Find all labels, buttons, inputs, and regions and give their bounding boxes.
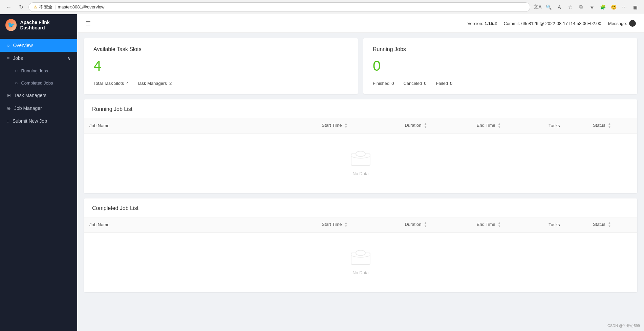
task-managers-stat: Task Managers 2: [137, 81, 172, 86]
more-button[interactable]: ⋯: [620, 2, 629, 12]
completed-job-list-title: Completed Job List: [84, 198, 637, 217]
completed-job-col-duration[interactable]: Duration ▲▼: [399, 217, 471, 232]
completed-job-col-start-time[interactable]: Start Time ▲▼: [316, 217, 399, 232]
end-time-sort-icon: ▲▼: [498, 122, 501, 129]
task-slots-stats: Total Task Slots 4 Task Managers 2: [93, 81, 348, 86]
completed-job-no-data: No Data: [84, 233, 637, 292]
sidebar-item-task-managers[interactable]: ⊞ Task Managers: [0, 89, 77, 102]
sidebar-item-job-manager[interactable]: ⊕ Job Manager: [0, 102, 77, 115]
top-header: ☰ Version: 1.15.2 Commit: 69e8126 @ 2022…: [77, 14, 644, 33]
translate-button[interactable]: 文A: [533, 2, 542, 12]
sidebar-item-submit-new-job[interactable]: ↓ Submit New Job: [0, 115, 77, 127]
sidebar-item-completed-jobs[interactable]: ○ Completed Jobs: [0, 77, 77, 89]
search-button[interactable]: 🔍: [544, 2, 553, 12]
favorites-button[interactable]: ☆: [565, 2, 575, 12]
running-job-col-tasks: Tasks: [543, 118, 587, 134]
commit-info: Commit: 69e8126 @ 2022-08-17T14:58:06+02…: [503, 21, 601, 26]
finished-stat: Finished 0: [373, 81, 394, 86]
browser-extension-button[interactable]: 🧩: [598, 2, 607, 12]
message-info: Message: 0: [608, 20, 636, 27]
available-task-slots-value: 4: [93, 58, 348, 74]
running-job-col-name[interactable]: Job Name: [84, 118, 316, 134]
status-sort-icon: ▲▼: [608, 122, 611, 129]
app-container: 🐦 Apache Flink Dashboard ○ Overview ≡ Jo…: [0, 14, 644, 331]
collections-button[interactable]: ★: [587, 2, 597, 12]
completed-no-data-icon: [350, 250, 371, 267]
available-task-slots-card: Available Task Slots 4 Total Task Slots …: [84, 38, 358, 94]
job-manager-label: Job Manager: [14, 105, 42, 111]
running-jobs-label: Running Jobs: [21, 68, 48, 73]
finished-label: Finished: [373, 81, 389, 86]
no-data-icon: [350, 150, 371, 168]
jobs-label: Jobs: [13, 55, 23, 61]
running-job-table-header-row: Job Name Start Time ▲▼ Duration ▲▼: [84, 118, 637, 134]
sidebar-item-running-jobs[interactable]: ○ Running Jobs: [0, 65, 77, 77]
overview-label: Overview: [13, 43, 33, 48]
font-button[interactable]: A︎: [555, 2, 564, 12]
split-button[interactable]: ⧉: [576, 2, 586, 12]
task-managers-label: Task Managers: [14, 93, 46, 98]
commit-label: Commit:: [503, 21, 520, 26]
finished-value: 0: [391, 81, 394, 86]
running-job-table: Job Name Start Time ▲▼ Duration ▲▼: [84, 118, 637, 193]
commit-value: 69e8126 @ 2022-08-17T14:58:06+02:00: [521, 21, 601, 26]
completed-job-table-header-row: Job Name Start Time ▲▼ Duration ▲▼: [84, 217, 637, 232]
sidebar-item-jobs[interactable]: ≡ Jobs ∧: [0, 52, 77, 65]
canceled-value: 0: [424, 81, 426, 86]
start-time-sort-icon: ▲▼: [344, 122, 347, 129]
failed-stat: Failed 0: [436, 81, 453, 86]
running-jobs-icon: ○: [15, 68, 18, 73]
task-managers-value: 2: [168, 81, 172, 86]
failed-value: 0: [450, 81, 452, 86]
completed-start-time-sort-icon: ▲▼: [344, 221, 347, 228]
total-task-slots-value: 4: [125, 81, 129, 86]
available-task-slots-title: Available Task Slots: [93, 46, 348, 52]
completed-end-time-sort-icon: ▲▼: [498, 221, 501, 228]
running-job-col-start-time[interactable]: Start Time ▲▼: [316, 118, 399, 134]
sidebar-item-overview[interactable]: ○ Overview: [0, 39, 77, 52]
running-job-col-status[interactable]: Status ▲▼: [587, 118, 637, 134]
running-jobs-stats: Finished 0 Canceled 0 Failed 0: [373, 81, 628, 86]
canceled-stat: Canceled 0: [403, 81, 426, 86]
profile-button[interactable]: 😊: [609, 2, 618, 12]
security-warning-icon: ⚠: [34, 5, 37, 9]
address-separator: |: [55, 4, 56, 9]
task-managers-icon: ⊞: [7, 93, 11, 98]
version-label: Version:: [468, 21, 484, 26]
running-no-data-text: No Data: [352, 171, 369, 176]
back-button[interactable]: ←: [4, 2, 14, 12]
message-badge[interactable]: 0: [629, 20, 636, 27]
summary-cards: Available Task Slots 4 Total Task Slots …: [84, 38, 637, 94]
running-job-col-end-time[interactable]: End Time ▲▼: [471, 118, 543, 134]
running-jobs-card-title: Running Jobs: [373, 46, 628, 52]
canceled-label: Canceled: [403, 81, 422, 86]
sidebar-toggle[interactable]: ▣: [630, 2, 640, 12]
running-jobs-card: Running Jobs 0 Finished 0 Canceled 0: [363, 38, 637, 94]
address-bar[interactable]: ⚠ 不安全 | master:8081/#/overview: [28, 2, 530, 12]
completed-job-col-status[interactable]: Status ▲▼: [587, 217, 637, 232]
running-job-no-data-row: No Data: [84, 133, 637, 193]
svg-point-1: [356, 151, 365, 157]
running-job-no-data: No Data: [84, 134, 637, 193]
logo-text: Apache Flink Dashboard: [20, 20, 72, 30]
running-job-list-section: Running Job List Job Name Start Time ▲▼: [84, 99, 637, 193]
refresh-button[interactable]: ↻: [16, 2, 26, 12]
jobs-icon: ≡: [7, 55, 9, 61]
menu-toggle-button[interactable]: ☰: [85, 20, 91, 27]
sidebar-logo: 🐦 Apache Flink Dashboard: [0, 14, 77, 36]
total-task-slots-label: Total Task Slots: [93, 81, 124, 86]
completed-job-col-end-time[interactable]: End Time ▲▼: [471, 217, 543, 232]
running-job-list-title: Running Job List: [84, 99, 637, 118]
completed-job-col-tasks: Tasks: [543, 217, 587, 232]
completed-job-col-name[interactable]: Job Name: [84, 217, 316, 232]
browser-chrome: ← ↻ ⚠ 不安全 | master:8081/#/overview 文A 🔍 …: [0, 0, 644, 14]
content-body: Available Task Slots 4 Total Task Slots …: [77, 33, 644, 298]
header-meta: Version: 1.15.2 Commit: 69e8126 @ 2022-0…: [468, 20, 636, 27]
completed-jobs-icon: ○: [15, 80, 18, 86]
address-url: master:8081/#/overview: [58, 4, 104, 9]
completed-duration-sort-icon: ▲▼: [424, 221, 427, 228]
running-job-col-duration[interactable]: Duration ▲▼: [399, 118, 471, 134]
version-value: 1.15.2: [485, 21, 497, 26]
completed-job-no-data-row: No Data: [84, 232, 637, 292]
main-content: Available Task Slots 4 Total Task Slots …: [77, 33, 644, 331]
